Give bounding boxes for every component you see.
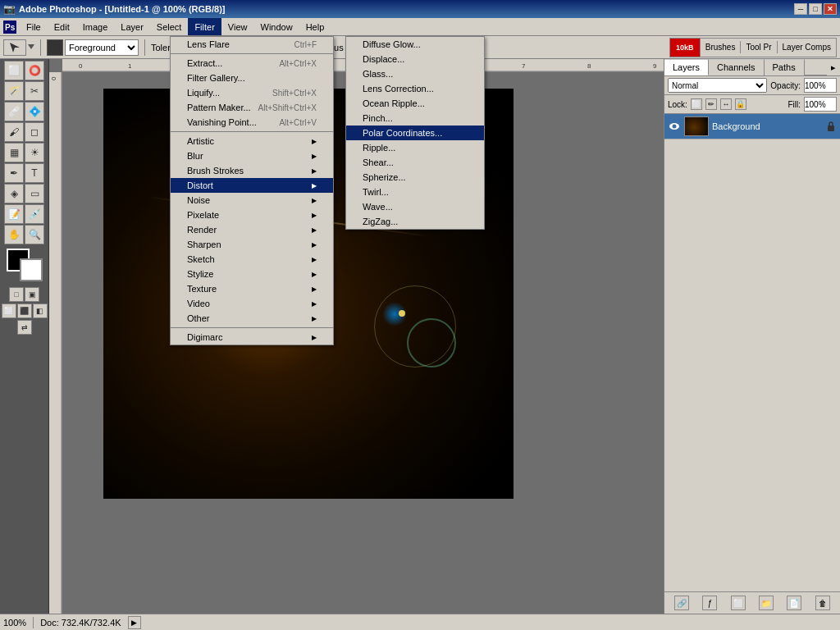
layer-visibility-eye[interactable] (668, 120, 681, 133)
lock-position-btn[interactable]: ↔ (720, 98, 732, 110)
distort-wave[interactable]: Wave... (346, 199, 484, 214)
gradient-tool[interactable]: ▦ (4, 143, 24, 162)
blend-mode-select[interactable]: Normal (668, 78, 767, 93)
dodge-tool[interactable]: ☀ (25, 143, 44, 162)
menu-select[interactable]: Select (150, 18, 189, 35)
menu-help[interactable]: Help (299, 18, 331, 35)
layer-link-btn[interactable]: 🔗 (674, 596, 689, 610)
magic-wand-tool[interactable]: 🪄 (4, 81, 24, 101)
layer-style-btn[interactable]: ƒ (702, 596, 717, 610)
filter-other[interactable]: Other (171, 311, 333, 326)
distort-pinch[interactable]: Pinch... (346, 111, 484, 126)
menu-edit[interactable]: Edit (48, 18, 76, 35)
distort-glass[interactable]: Glass... (346, 66, 484, 81)
lasso-tool[interactable]: ⭕ (25, 61, 44, 80)
filter-liquify[interactable]: Liquify... Shift+Ctrl+X (171, 85, 333, 100)
filter-blur[interactable]: Blur (171, 148, 333, 163)
eyedropper-tool[interactable]: 💉 (25, 204, 44, 224)
screen-mode-3[interactable]: ◧ (33, 304, 48, 318)
close-button[interactable]: ✕ (824, 3, 837, 15)
filter-render[interactable]: Render (171, 222, 333, 237)
menu-view[interactable]: View (221, 18, 254, 35)
zoom-tool[interactable]: 🔍 (25, 225, 44, 244)
title-bar: 📷 Adobe Photoshop - [Untitled-1 @ 100% (… (0, 0, 840, 18)
menu-file[interactable]: File (20, 18, 48, 35)
delete-layer-btn[interactable]: 🗑 (815, 596, 830, 610)
pen-tool[interactable]: ✒ (4, 163, 24, 183)
filter-vanishing-point[interactable]: Vanishing Point... Alt+Ctrl+V (171, 115, 333, 130)
shape-tool[interactable]: ▭ (25, 184, 44, 203)
filter-stylize[interactable]: Stylize (171, 267, 333, 281)
menu-layer[interactable]: Layer (114, 18, 150, 35)
filter-lens-flare[interactable]: Lens Flare Ctrl+F (171, 37, 333, 52)
tab-channels[interactable]: Channels (709, 59, 764, 75)
filter-pattern-maker[interactable]: Pattern Maker... Alt+Shift+Ctrl+X (171, 100, 333, 115)
menu-filter[interactable]: Filter (188, 18, 221, 35)
layer-mask-btn[interactable]: ⬜ (731, 596, 746, 610)
imageready-btn[interactable]: ⇄ (17, 320, 32, 335)
marquee-tool[interactable]: ⬜ (4, 61, 24, 80)
distort-polar-coordinates[interactable]: Polar Coordinates... (346, 126, 484, 140)
maximize-button[interactable]: □ (809, 3, 822, 15)
crop-tool[interactable]: ✂ (25, 81, 44, 101)
minimize-button[interactable]: ─ (794, 3, 807, 15)
distort-twirl[interactable]: Twirl... (346, 185, 484, 199)
menu-adobe[interactable]: Ps (0, 18, 20, 35)
mini-layercomps-tab[interactable]: Layer Comps (778, 41, 836, 53)
hand-tool[interactable]: ✋ (4, 225, 24, 244)
layer-group-btn[interactable]: 📁 (759, 596, 774, 610)
history-brush-tool[interactable]: 🖌 (4, 122, 24, 142)
distort-zigzag[interactable]: ZigZag... (346, 214, 484, 229)
lock-image-btn[interactable]: ✏ (705, 98, 717, 110)
notes-tool[interactable]: 📝 (4, 204, 24, 224)
healing-brush-tool[interactable]: 🩹 (4, 102, 24, 121)
text-tool[interactable]: T (25, 163, 44, 183)
filter-extract[interactable]: Extract... Alt+Ctrl+X (171, 56, 333, 71)
filter-digimarc[interactable]: Digimarc (171, 330, 333, 345)
fill-input[interactable] (804, 97, 837, 112)
menu-window[interactable]: Window (254, 18, 299, 35)
menu-image[interactable]: Image (76, 18, 115, 35)
quick-mask-off[interactable]: □ (9, 287, 24, 302)
foreground-dropdown[interactable]: Foreground (65, 39, 139, 56)
filter-gallery[interactable]: Filter Gallery... (171, 71, 333, 85)
distort-ocean-ripple[interactable]: Ocean Ripple... (346, 96, 484, 111)
status-arrow-btn[interactable]: ▶ (128, 616, 141, 629)
distort-displace[interactable]: Displace... (346, 52, 484, 66)
filter-video[interactable]: Video (171, 296, 333, 311)
filter-brush-strokes[interactable]: Brush Strokes (171, 163, 333, 178)
layers-menu-btn[interactable]: ▸ (827, 59, 840, 75)
title-bar-controls: ─ □ ✕ (794, 3, 837, 15)
distort-ripple[interactable]: Ripple... (346, 140, 484, 155)
tab-paths[interactable]: Paths (765, 59, 805, 75)
filter-texture[interactable]: Texture (171, 281, 333, 296)
distort-spherize[interactable]: Spherize... (346, 170, 484, 185)
lock-label: Lock: (668, 100, 687, 109)
tab-layers[interactable]: Layers (664, 59, 709, 75)
eraser-tool[interactable]: ◻ (25, 122, 44, 142)
tool-icon[interactable] (3, 39, 26, 56)
distort-diffuse-glow[interactable]: Diffuse Glow... (346, 37, 484, 52)
stamp-tool[interactable]: 💠 (25, 102, 44, 121)
lock-transparency-btn[interactable]: ⬜ (691, 98, 702, 110)
layer-background[interactable]: Background (664, 114, 840, 139)
quick-mask-on[interactable]: ▣ (25, 287, 39, 302)
opacity-input[interactable] (804, 78, 837, 93)
title-text: Adobe Photoshop - [Untitled-1 @ 100% (RG… (19, 4, 226, 14)
filter-distort[interactable]: Distort (171, 178, 333, 193)
path-tool[interactable]: ◈ (4, 184, 24, 203)
screen-mode-2[interactable]: ⬛ (17, 304, 32, 318)
background-color[interactable] (20, 258, 43, 281)
mini-brushes-tab[interactable]: Brushes (701, 41, 742, 53)
distort-lens-correction[interactable]: Lens Correction... (346, 81, 484, 96)
filter-artistic[interactable]: Artistic (171, 134, 333, 148)
screen-mode-1[interactable]: ⬜ (2, 304, 16, 318)
lock-all-btn[interactable]: 🔒 (735, 98, 746, 110)
new-layer-btn[interactable]: 📄 (787, 596, 801, 610)
filter-sharpen[interactable]: Sharpen (171, 237, 333, 252)
filter-noise[interactable]: Noise (171, 193, 333, 208)
filter-pixelate[interactable]: Pixelate (171, 208, 333, 222)
mini-toolpr-tab[interactable]: Tool Pr (741, 41, 777, 53)
filter-sketch[interactable]: Sketch (171, 252, 333, 267)
distort-shear[interactable]: Shear... (346, 155, 484, 170)
